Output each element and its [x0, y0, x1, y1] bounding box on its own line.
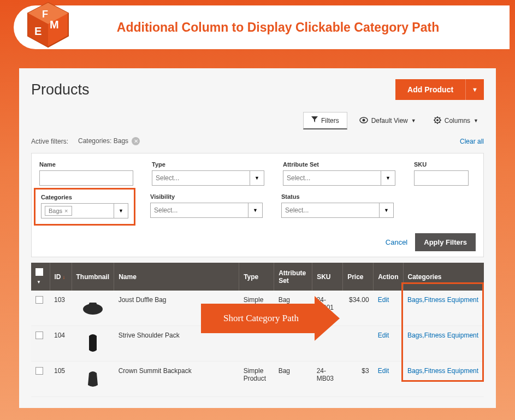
filter-status: Status Select... ▼ — [281, 193, 394, 226]
visibility-label: Visibility — [150, 193, 263, 200]
caret-down-icon: ▼ — [473, 118, 478, 123]
svg-text:M: M — [50, 19, 59, 31]
filter-sku: SKU — [414, 161, 469, 186]
row-checkbox[interactable] — [35, 296, 43, 304]
add-product-group: Add Product ▼ — [395, 79, 484, 100]
id-header[interactable]: ID↓ — [50, 263, 72, 291]
header-title: Additional Column to Display Clickable C… — [14, 20, 510, 35]
cell-name: Strive Shoulder Pack — [114, 326, 239, 362]
clear-all-link[interactable]: Clear all — [460, 138, 484, 145]
thumbnail-header[interactable]: Thumbnail — [72, 263, 114, 291]
categories-label: Categories — [41, 194, 128, 200]
visibility-select[interactable]: Select... — [150, 203, 248, 218]
svg-rect-11 — [89, 303, 97, 305]
add-product-dropdown[interactable]: ▼ — [465, 79, 484, 100]
categories-link[interactable]: Bags,Fitness Equipment — [407, 296, 478, 304]
svg-point-7 — [362, 119, 365, 121]
type-label: Type — [152, 161, 264, 168]
edit-link[interactable]: Edit — [378, 332, 389, 339]
cell-name: Joust Duffle Bag — [114, 291, 239, 326]
table-row[interactable]: 104 Strive Shoulder Pack Edit Bags,Fitne… — [31, 326, 484, 362]
cell-aset: Bag — [274, 362, 312, 397]
filters-label: Filters — [321, 117, 339, 125]
table-row[interactable]: 103 Joust Duffle Bag Simple Product Bag … — [31, 291, 484, 326]
cell-type: Simple Product — [239, 291, 274, 326]
row-checkbox[interactable] — [35, 367, 43, 375]
attribute-set-header[interactable]: Attribute Set — [274, 263, 312, 291]
caret-down-icon[interactable]: ▼ — [381, 170, 395, 186]
main-panel: Products Add Product ▼ Filters Default V… — [19, 68, 496, 408]
cell-sku — [312, 326, 343, 362]
active-filters-label: Active filters: — [31, 138, 68, 145]
svg-point-9 — [436, 119, 439, 121]
categories-select[interactable]: Bags × — [41, 203, 114, 218]
status-label: Status — [281, 193, 394, 200]
name-input[interactable] — [39, 170, 133, 186]
caret-down-icon[interactable]: ▼ — [380, 203, 394, 218]
price-header[interactable]: Price — [343, 263, 374, 291]
cell-aset — [274, 326, 312, 362]
sku-label: SKU — [414, 161, 469, 168]
select-all-header[interactable]: ▼ — [31, 263, 50, 291]
cell-type: Simple Product — [239, 362, 274, 397]
columns-label: Columns — [445, 117, 470, 125]
name-header[interactable]: Name — [114, 263, 239, 291]
header-banner: F M E Additional Column to Display Click… — [14, 5, 510, 49]
status-select[interactable]: Select... — [281, 203, 380, 218]
caret-down-icon[interactable]: ▼ — [250, 170, 264, 186]
categories-link[interactable]: Bags,Fitness Equipment — [407, 332, 478, 339]
name-label: Name — [39, 161, 133, 168]
svg-text:F: F — [42, 9, 48, 20]
columns-button[interactable]: Columns ▼ — [428, 112, 484, 129]
cell-sku: 24-MB03 — [312, 362, 343, 397]
row-checkbox[interactable] — [35, 332, 43, 339]
cell-id: 105 — [50, 362, 72, 397]
caret-down-icon[interactable]: ▼ — [114, 203, 128, 218]
products-table: ▼ ID↓ Thumbnail Name Type Attribute Set … — [31, 263, 484, 397]
sku-header[interactable]: SKU — [312, 263, 343, 291]
sort-arrow-icon: ↓ — [63, 274, 66, 280]
cancel-link[interactable]: Cancel — [386, 238, 407, 246]
toolbar: Filters Default View ▼ Columns ▼ — [31, 112, 484, 129]
cell-price: $3 — [343, 362, 374, 397]
default-view-label: Default View — [371, 117, 408, 125]
filter-type: Type Select... ▼ — [152, 161, 264, 186]
categories-link[interactable]: Bags,Fitness Equipment — [407, 367, 478, 375]
cell-price: $34.00 — [343, 291, 374, 326]
sku-input[interactable] — [414, 170, 469, 186]
default-view-button[interactable]: Default View ▼ — [354, 112, 422, 129]
categories-header[interactable]: Categories — [403, 263, 484, 291]
type-select[interactable]: Select... — [152, 170, 250, 186]
table-header-row: ▼ ID↓ Thumbnail Name Type Attribute Set … — [31, 263, 484, 291]
cell-aset: Bag — [274, 291, 312, 326]
filter-form: Name Type Select... ▼ Attribute Set Sele… — [31, 153, 484, 257]
thumbnail-image — [81, 332, 105, 356]
filters-button[interactable]: Filters — [303, 112, 347, 129]
page-title: Products — [31, 81, 90, 98]
categories-highlight: Categories Bags × ▼ — [34, 188, 135, 226]
edit-link[interactable]: Edit — [378, 296, 389, 304]
cell-sku: 24-MB01 — [312, 291, 343, 326]
filter-name: Name — [39, 161, 133, 186]
remove-tag-icon[interactable]: × — [64, 208, 68, 214]
svg-text:E: E — [34, 25, 42, 37]
eye-icon — [359, 117, 368, 125]
apply-filters-button[interactable]: Apply Filters — [415, 233, 476, 251]
caret-down-icon[interactable]: ▼ — [248, 203, 263, 218]
type-header[interactable]: Type — [239, 263, 274, 291]
thumbnail-image — [81, 296, 105, 320]
edit-link[interactable]: Edit — [378, 367, 389, 375]
table-row[interactable]: 105 Crown Summit Backpack Simple Product… — [31, 362, 484, 397]
cell-id: 104 — [50, 326, 72, 362]
thumbnail-image — [81, 367, 105, 391]
funnel-icon — [311, 116, 318, 125]
cell-price — [343, 326, 374, 362]
attribute-set-select[interactable]: Select... — [283, 170, 381, 186]
fme-logo: F M E — [25, 1, 72, 55]
cell-type — [239, 326, 274, 362]
action-header[interactable]: Action — [374, 263, 403, 291]
attribute-set-label: Attribute Set — [283, 161, 395, 168]
remove-filter-icon[interactable]: ✕ — [132, 137, 140, 145]
add-product-button[interactable]: Add Product — [395, 79, 465, 100]
category-tag: Bags × — [45, 206, 72, 216]
